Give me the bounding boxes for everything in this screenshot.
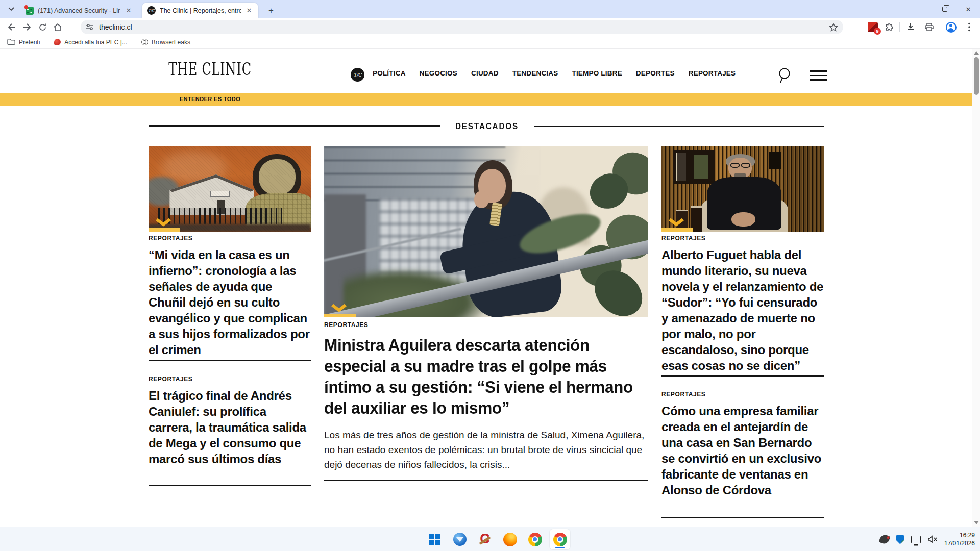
article-kicker[interactable]: REPORTAJES (324, 321, 368, 329)
divider (324, 480, 648, 481)
firefox-button[interactable] (500, 529, 520, 549)
adblock-extension-icon[interactable]: 9 (868, 22, 878, 32)
nav-reportajes[interactable]: REPORTAJES (689, 69, 736, 77)
ccleaner-button[interactable]: C (475, 529, 495, 549)
article-image-chunil[interactable] (149, 146, 311, 232)
forward-button[interactable] (19, 19, 35, 35)
article-kicker[interactable]: REPORTAJES (662, 391, 705, 398)
tray-app-icon[interactable] (878, 533, 890, 545)
profile-icon (946, 22, 957, 33)
yellow-bar (149, 228, 180, 232)
tab-search-button[interactable] (4, 3, 18, 15)
start-button[interactable] (425, 529, 445, 549)
chrome-active-button[interactable] (550, 529, 570, 549)
extensions-button[interactable] (881, 19, 896, 35)
address-bar[interactable]: theclinic.cl (81, 20, 843, 34)
tab-the-clinic[interactable]: T/C The Clinic | Reportajes, entrevist ✕ (142, 3, 258, 18)
chrome-button[interactable] (525, 529, 545, 549)
bookmark-pec[interactable]: Accedi alla tua PEC |... (54, 39, 127, 46)
windows-security-icon[interactable] (896, 535, 904, 544)
article-title-fuguet[interactable]: Alberto Fuguet habla del mundo literario… (662, 247, 825, 373)
ccleaner-icon: C (478, 532, 492, 546)
clock-time: 16:29 (944, 531, 975, 539)
article-excerpt[interactable]: Los más de tres años de gestión de la mi… (324, 428, 648, 472)
forward-icon (22, 23, 32, 31)
extension-badge: 9 (874, 28, 881, 35)
tab-favicon (26, 7, 34, 15)
thunderbird-button[interactable] (450, 529, 470, 549)
network-icon[interactable] (911, 536, 921, 543)
fingerprint-icon (141, 39, 148, 45)
windows-icon (429, 534, 440, 545)
tab-favicon: T/C (147, 6, 156, 15)
minimize-button[interactable]: — (910, 0, 933, 18)
downloads-button[interactable] (903, 19, 918, 35)
article-title-ventanas[interactable]: Cómo una empresa familiar creada en el a… (662, 403, 825, 498)
url-text[interactable]: theclinic.cl (99, 23, 829, 31)
profile-button[interactable] (943, 19, 959, 35)
chrome-icon (553, 533, 567, 546)
back-button[interactable] (4, 19, 19, 35)
nav-politica[interactable]: POLÍTICA (373, 69, 406, 77)
reload-button[interactable] (35, 19, 50, 35)
article-kicker[interactable]: REPORTAJES (662, 235, 705, 242)
back-icon (7, 23, 16, 31)
article-image-aguilera[interactable] (324, 146, 648, 317)
site-logo[interactable]: THE CLINIC (164, 59, 256, 79)
article-title-caniulef[interactable]: El trágico final de Andrés Caniulef: su … (149, 388, 312, 467)
window-controls: — ✕ (910, 0, 980, 18)
nav-deportes[interactable]: DEPORTES (636, 69, 675, 77)
section-title: DESTACADOS (445, 121, 529, 132)
chevron-down-icon (155, 218, 172, 227)
reload-icon (38, 23, 47, 32)
bookmark-preferiti[interactable]: Preferiti (7, 39, 40, 46)
browser-menu-button[interactable] (962, 19, 977, 35)
tab-strip: (171) Advanced Security - Linux ✕ T/C Th… (0, 0, 980, 18)
kebab-menu-icon (968, 22, 970, 32)
pec-icon (54, 39, 61, 45)
taskbar-clock[interactable]: 16:29 17/01/2026 (944, 531, 975, 547)
tab-advanced-security[interactable]: (171) Advanced Security - Linux ✕ (20, 3, 138, 18)
home-button[interactable] (50, 19, 65, 35)
nav-tiempo-libre[interactable]: TIEMPO LIBRE (572, 69, 622, 77)
nav-ciudad[interactable]: CIUDAD (471, 69, 499, 77)
scrollbar-thumb[interactable] (974, 57, 979, 95)
bookmark-star-icon[interactable] (829, 23, 838, 32)
tab-close-icon[interactable]: ✕ (125, 7, 133, 14)
article-image-fuguet[interactable] (662, 146, 824, 232)
home-icon (53, 23, 62, 32)
site-logo-badge[interactable]: T/C (351, 68, 364, 82)
chevron-down-icon (668, 218, 685, 227)
scroll-down-icon[interactable] (974, 521, 979, 524)
page-scrollbar[interactable] (972, 49, 980, 527)
clock-date: 17/01/2026 (944, 539, 975, 547)
volume-muted-icon[interactable] (927, 535, 938, 543)
site-menu-button[interactable] (810, 70, 827, 81)
firefox-icon (503, 533, 517, 546)
yellow-bar (662, 228, 693, 232)
article-kicker[interactable]: REPORTAJES (149, 375, 192, 383)
toolbar-actions: 9 (868, 20, 977, 34)
close-button[interactable]: ✕ (957, 0, 980, 18)
article-title-chunil[interactable]: “Mi vida en la casa es un infierno”: cro… (149, 247, 312, 358)
site-settings-icon (86, 23, 94, 31)
restore-button[interactable] (933, 0, 957, 18)
bookmark-label: Accedi alla tua PEC |... (64, 39, 127, 46)
site-search-button[interactable] (777, 67, 792, 84)
nav-tendencias[interactable]: TENDENCIAS (512, 69, 558, 77)
tab-close-icon[interactable]: ✕ (245, 7, 253, 14)
folder-icon (7, 39, 15, 45)
site-tagline: ENTENDER ES TODO (153, 96, 267, 102)
scroll-up-icon[interactable] (974, 51, 979, 55)
taskbar: C 16:29 17/01/2026 (0, 527, 980, 551)
bookmark-label: BrowserLeaks (152, 39, 190, 46)
new-tab-button[interactable]: + (264, 4, 278, 17)
restore-icon (942, 7, 947, 12)
bookmark-browserleaks[interactable]: BrowserLeaks (141, 39, 190, 46)
article-title-aguilera[interactable]: Ministra Aguilera descarta atención espe… (324, 335, 648, 418)
article-kicker[interactable]: REPORTAJES (149, 235, 192, 242)
tab-title: (171) Advanced Security - Linux (38, 7, 120, 14)
nav-negocios[interactable]: NEGOCIOS (420, 69, 457, 77)
print-button[interactable] (921, 19, 937, 35)
browser-toolbar: theclinic.cl 9 (0, 18, 980, 36)
